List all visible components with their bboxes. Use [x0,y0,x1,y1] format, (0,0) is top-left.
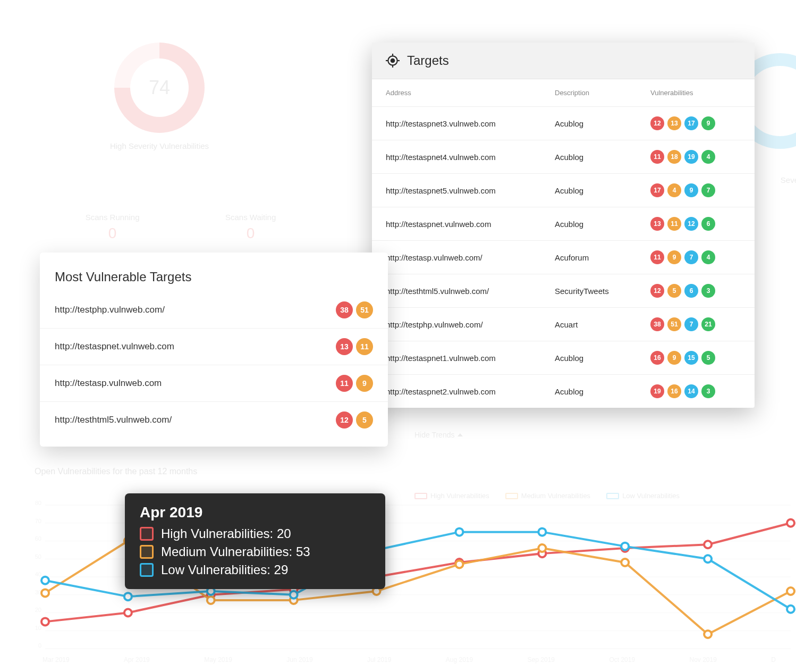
svg-point-17 [704,541,712,548]
mvt-row[interactable]: http://testphp.vulnweb.com/ 38 51 [40,292,388,328]
pill-severity: 12 [650,284,664,298]
pill-severity: 38 [650,317,664,331]
vuln-pills: 169155 [650,351,741,365]
mvt-row[interactable]: http://testaspnet.vulnweb.com 13 11 [40,328,388,365]
mvt-address: http://testaspnet.vulnweb.com [55,341,174,352]
pill-severity: 17 [650,183,664,197]
vuln-pills: 11974 [650,250,741,264]
svg-point-37 [704,555,712,562]
vuln-pills: 1311126 [650,217,741,231]
table-row[interactable]: http://testaspnet3.vulnweb.com Acublog 1… [372,106,755,140]
stat-label: Scans Running [86,213,140,222]
stat-scans-waiting: Scans Waiting 0 [225,213,276,242]
pill-severity: 4 [701,250,715,264]
target-address: http://testaspnet5.vulnweb.com [386,186,555,195]
svg-point-40 [391,59,395,63]
table-row[interactable]: http://testaspnet5.vulnweb.com Acublog 1… [372,173,755,207]
col-address: Address [386,89,555,97]
stat-value: 0 [225,225,276,242]
pill-severity: 4 [701,150,715,164]
pill-severity: 21 [701,317,715,331]
chevron-up-icon [458,433,463,436]
vuln-pills: 1118194 [650,150,741,164]
pill-severity: 11 [650,250,664,264]
vuln-pills: 11 9 [336,375,373,392]
card-title: Most Vulnerable Targets [40,267,388,292]
svg-point-25 [538,544,546,552]
pill-severity: 13 [667,116,681,130]
pill-severity: 5 [667,284,681,298]
pill-high: 11 [336,375,353,392]
target-description: Acublog [555,354,650,363]
mvt-address: http://testphp.vulnweb.com/ [55,305,165,315]
pill-severity: 11 [650,150,664,164]
most-vulnerable-targets-card: Most Vulnerable Targets http://testphp.v… [40,253,388,447]
table-row[interactable]: http://testhtml5.vulnweb.com/ SecurityTw… [372,274,755,307]
severity-label-fragment: Sever [781,175,796,184]
target-address: http://testphp.vulnweb.com/ [386,320,555,329]
table-row[interactable]: http://testaspnet.vulnweb.com Acublog 13… [372,207,755,240]
target-icon [386,54,400,68]
vuln-pills: 38 51 [336,301,373,318]
table-row[interactable]: http://testasp.vulnweb.com/ Acuforum 119… [372,240,755,274]
mvt-row[interactable]: http://testasp.vulnweb.com 11 9 [40,365,388,401]
target-description: Acublog [555,119,650,128]
svg-point-38 [787,606,794,613]
target-description: Acublog [555,186,650,195]
hide-trends-toggle[interactable]: Hide Trends [414,431,463,439]
svg-point-36 [621,543,629,550]
scan-stats-row: Scans Running 0 Scans Waiting 0 [43,213,319,242]
high-severity-donut: 74 High Severity Vulnerabilities [106,43,213,150]
stat-scans-running: Scans Running 0 [86,213,140,242]
table-row[interactable]: http://testaspnet4.vulnweb.com Acublog 1… [372,140,755,173]
tooltip-title: Apr 2019 [140,504,370,521]
swatch-red-icon [140,527,154,541]
tooltip-row-medium: Medium Vulnerabilities: 53 [140,544,370,559]
svg-point-29 [41,577,49,584]
pill-severity: 7 [684,317,698,331]
pill-medium: 11 [356,338,373,355]
pill-severity: 3 [701,384,715,398]
svg-point-30 [124,593,132,600]
pill-high: 38 [336,301,353,318]
pill-severity: 7 [701,183,715,197]
table-row[interactable]: http://testaspnet1.vulnweb.com Acublog 1… [372,341,755,374]
pill-severity: 4 [667,183,681,197]
pill-severity: 6 [701,217,715,231]
pill-severity: 16 [667,384,681,398]
svg-point-21 [207,597,215,604]
pill-severity: 5 [701,351,715,365]
vuln-pills: 3851721 [650,317,741,331]
pill-severity: 14 [684,384,698,398]
vuln-pills: 13 11 [336,338,373,355]
pill-high: 13 [336,338,353,355]
svg-point-27 [704,631,712,638]
targets-header: Targets [372,43,755,79]
pill-severity: 16 [650,351,664,365]
target-description: Acuart [555,320,650,329]
pill-severity: 18 [667,150,681,164]
target-address: http://testhtml5.vulnweb.com/ [386,287,555,296]
swatch-orange-icon [140,545,154,559]
table-row[interactable]: http://testphp.vulnweb.com/ Acuart 38517… [372,307,755,341]
table-row[interactable]: http://testaspnet2.vulnweb.com Acublog 1… [372,374,755,408]
pill-severity: 7 [684,250,698,264]
trend-chart [0,489,796,670]
pill-severity: 17 [684,116,698,130]
vuln-pills: 1213179 [650,116,741,130]
pill-severity: 13 [650,217,664,231]
pill-severity: 19 [650,384,664,398]
pill-medium: 5 [356,411,373,429]
pill-severity: 9 [667,250,681,264]
pill-severity: 12 [650,116,664,130]
target-description: SecurityTweets [555,287,650,296]
vuln-pills: 12563 [650,284,741,298]
svg-point-26 [621,559,629,566]
svg-point-19 [41,589,49,597]
mvt-address: http://testhtml5.vulnweb.com/ [55,415,172,425]
svg-point-35 [538,528,546,536]
mvt-row[interactable]: http://testhtml5.vulnweb.com/ 12 5 [40,401,388,438]
col-vulnerabilities: Vulnerabilities [650,89,741,97]
svg-point-28 [787,587,794,595]
target-address: http://testaspnet3.vulnweb.com [386,119,555,128]
